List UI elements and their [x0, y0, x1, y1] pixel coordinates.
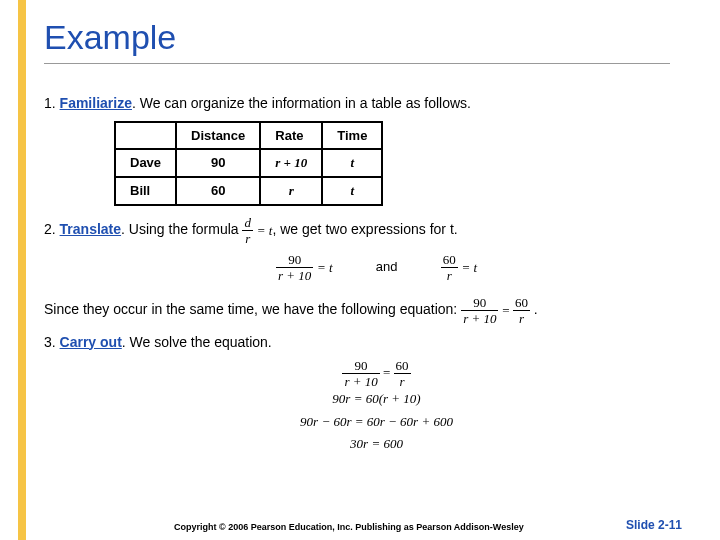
eq-step: 30r = 600: [44, 433, 709, 455]
and-label: and: [376, 258, 398, 273]
expr2-frac: 60 r: [441, 253, 458, 282]
row-distance: 60: [176, 177, 260, 205]
table-header-rate: Rate: [260, 122, 322, 150]
frac-num: 90: [276, 253, 313, 268]
period: .: [534, 301, 538, 317]
time-expr: t: [350, 155, 354, 170]
step1-label: Familiarize: [60, 95, 132, 111]
expr1-rhs: = t: [317, 259, 333, 274]
step1-prefix: 1.: [44, 95, 60, 111]
step2-line: 2. Translate. Using the formula d r = t,…: [44, 216, 709, 245]
formula-rhs: = t: [257, 222, 273, 237]
eq-step0-wrap: 90 r + 10 = 60 r: [44, 359, 709, 388]
eq-step-text: 30r = 600: [350, 436, 403, 451]
eq-equals: =: [502, 302, 513, 317]
equation-stack: 90 r + 10 = 60 r 90r = 60(r + 10) 90r − …: [44, 359, 709, 454]
frac-num: d: [242, 216, 253, 231]
expressions-row: 90 r + 10 = t and 60 r = t: [44, 253, 709, 282]
row-name: Bill: [115, 177, 176, 205]
copyright: Copyright © 2006 Pearson Education, Inc.…: [174, 522, 524, 532]
row-name: Dave: [115, 149, 176, 177]
frac-den: r: [441, 268, 458, 282]
step2-text-b: , we get two expressions for t.: [272, 221, 457, 237]
data-table: Distance Rate Time Dave 90 r + 10 t Bill…: [114, 121, 383, 206]
eq-step-text: 90r − 60r = 60r − 60r + 600: [300, 414, 453, 429]
table-row: Dave 90 r + 10 t: [115, 149, 382, 177]
rate-expr: r: [289, 183, 294, 198]
row-time: t: [322, 149, 382, 177]
eq-main-right: 60 r: [513, 296, 530, 325]
table-header-time: Time: [322, 122, 382, 150]
frac-den: r: [394, 374, 411, 388]
equation-intro: Since they occur in the same time, we ha…: [44, 296, 709, 325]
step2-prefix: 2.: [44, 221, 60, 237]
table-header-blank: [115, 122, 176, 150]
formula-d-over-r: d r: [242, 216, 253, 245]
rate-expr: r + 10: [275, 155, 307, 170]
table-header-row: Distance Rate Time: [115, 122, 382, 150]
table-row: Bill 60 r t: [115, 177, 382, 205]
frac-num: 90: [461, 296, 498, 311]
body: 1. Familiarize. We can organize the info…: [44, 94, 709, 455]
row-time: t: [322, 177, 382, 205]
row-rate: r + 10: [260, 149, 322, 177]
step1-line: 1. Familiarize. We can organize the info…: [44, 94, 709, 113]
step2-label: Translate: [60, 221, 121, 237]
row-rate: r: [260, 177, 322, 205]
eq-step0-right: 60 r: [394, 359, 411, 388]
eq-step-text: 90r = 60(r + 10): [332, 391, 420, 406]
rhs-text: = t: [257, 222, 273, 237]
expr1-frac: 90 r + 10: [276, 253, 313, 282]
table-header-distance: Distance: [176, 122, 260, 150]
frac-num: 90: [342, 359, 379, 374]
eq-step: 90r − 60r = 60r − 60r + 600: [44, 411, 709, 433]
time-expr: t: [350, 183, 354, 198]
step2-text-a: . Using the formula: [121, 221, 242, 237]
eq-main-left: 90 r + 10: [461, 296, 498, 325]
eq-step0-eq: =: [383, 366, 394, 381]
slide-number: Slide 2-11: [626, 518, 682, 532]
step3-text: . We solve the equation.: [122, 334, 272, 350]
line3-text: Since they occur in the same time, we ha…: [44, 301, 461, 317]
accent-bar: [18, 0, 26, 540]
frac-den: r: [242, 231, 253, 245]
title-rule: [44, 63, 670, 64]
step1-text: . We can organize the information in a t…: [132, 95, 471, 111]
eq-step0-left: 90 r + 10: [342, 359, 379, 388]
frac-num: 60: [441, 253, 458, 268]
frac-den: r + 10: [276, 268, 313, 282]
step3-line: 3. Carry out. We solve the equation.: [44, 333, 709, 352]
eq-step: 90r = 60(r + 10): [44, 388, 709, 410]
step3-prefix: 3.: [44, 334, 60, 350]
frac-den: r + 10: [461, 311, 498, 325]
frac-den: r + 10: [342, 374, 379, 388]
frac-den: r: [513, 311, 530, 325]
step3-label: Carry out: [60, 334, 122, 350]
slide-content: Example 1. Familiarize. We can organize …: [44, 0, 709, 540]
expr2-rhs: = t: [461, 259, 477, 274]
page-title: Example: [44, 18, 709, 57]
row-distance: 90: [176, 149, 260, 177]
frac-num: 60: [513, 296, 530, 311]
frac-num: 60: [394, 359, 411, 374]
